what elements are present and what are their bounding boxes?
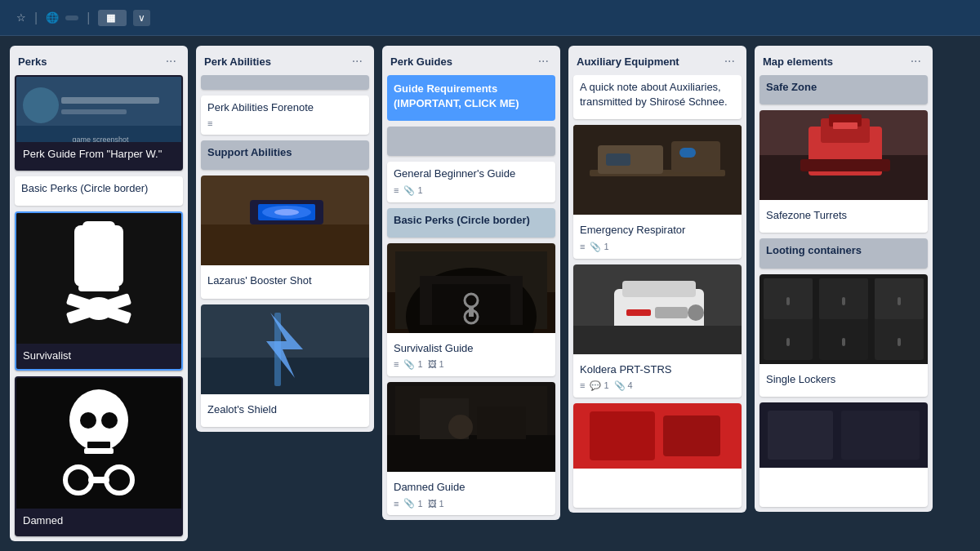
card[interactable]: Emergency Respirator ≡📎1 — [573, 125, 742, 258]
svg-point-56 — [688, 304, 704, 321]
card-body: Basic Perks (Circle border) — [15, 176, 183, 205]
card-title: Perk Abilities Forenote — [207, 100, 363, 115]
card[interactable] — [201, 75, 369, 90]
card-body: Perk Abilities Forenote ≡ — [201, 96, 369, 135]
card-title: Basic Perks (Circle border) — [21, 181, 176, 196]
description-icon: ≡ — [394, 499, 399, 509]
svg-rect-55 — [655, 307, 688, 318]
card-badges: ≡📎1 — [580, 242, 735, 252]
card-title: Guide Requirements (IMPORTANT, CLICK ME) — [394, 82, 549, 111]
svg-rect-53 — [622, 281, 696, 297]
description-icon: ≡ — [207, 118, 212, 128]
attachment-icon: 📎 — [614, 380, 626, 391]
card[interactable]: Single Lockers — [760, 274, 928, 397]
card-title: Perk Guide From "Harper W." — [23, 147, 175, 162]
card-body: A quick note about Auxiliaries, transmit… — [573, 75, 742, 119]
card-body: Support Abilities — [201, 140, 369, 170]
card-body — [760, 495, 928, 507]
column-cards: game screenshot Perk Guide From "Harper … — [10, 75, 188, 541]
comment-icon: 💬 — [590, 380, 601, 391]
card-title: Survivalist Guide — [394, 341, 549, 356]
card-title: Zealot's Shield — [207, 402, 363, 417]
card-image — [760, 402, 928, 495]
attachment-count: 1 — [417, 185, 422, 195]
column-perk-abilities: Perk Abilities ··· Perk Abilities Foreno… — [196, 46, 374, 432]
card[interactable]: Zealot's Shield — [201, 304, 369, 427]
card[interactable]: game screenshot Perk Guide From "Harper … — [15, 75, 183, 171]
card[interactable]: General Beginner's Guide ≡📎1 — [387, 162, 555, 202]
card[interactable]: Survivalist Guide ≡📎1🖼1 — [387, 243, 555, 376]
svg-rect-57 — [573, 326, 742, 354]
svg-rect-82 — [768, 411, 833, 460]
board-icon: ▦ — [106, 12, 115, 24]
card[interactable] — [573, 403, 742, 508]
card[interactable]: Survivalist — [15, 211, 183, 371]
globe-icon: 🌐 — [46, 11, 59, 24]
svg-point-14 — [101, 412, 118, 429]
svg-rect-34 — [432, 284, 510, 325]
attachment-count: 1 — [417, 499, 422, 509]
card-title: A quick note about Auxiliaries, transmit… — [580, 80, 735, 109]
card[interactable]: Looting containers — [760, 238, 928, 268]
card-body: Safe Zone — [760, 75, 928, 104]
card[interactable] — [760, 402, 928, 507]
card[interactable]: Damned Guide ≡📎1🖼1 — [387, 382, 555, 515]
card-body: Survivalist Guide ≡📎1🖼1 — [387, 336, 555, 376]
image-badge: 🖼1 — [428, 359, 444, 369]
svg-rect-60 — [663, 415, 720, 456]
svg-point-25 — [274, 209, 299, 216]
column-menu-button[interactable]: ··· — [349, 52, 366, 70]
column-menu-button[interactable]: ··· — [535, 52, 552, 70]
column-menu-button[interactable]: ··· — [907, 52, 924, 70]
description-badge: ≡ — [394, 499, 399, 509]
card[interactable]: Lazarus' Booster Shot — [201, 176, 369, 298]
card-image: game screenshot — [16, 77, 181, 142]
svg-rect-83 — [841, 411, 920, 460]
board-chevron-button[interactable]: ∨ — [133, 10, 150, 26]
card[interactable]: Guide Requirements (IMPORTANT, CLICK ME) — [387, 75, 555, 121]
svg-rect-16 — [84, 448, 114, 454]
column-menu-button[interactable]: ··· — [163, 52, 180, 70]
card-badges: ≡📎1 — [394, 185, 549, 196]
svg-rect-75 — [786, 297, 790, 305]
card-body: Emergency Respirator ≡📎1 — [573, 218, 742, 258]
card[interactable]: Damned — [15, 376, 183, 536]
card-image — [573, 264, 742, 358]
attachment-badge: 📎1 — [403, 185, 422, 196]
card-title: General Beginner's Guide — [394, 167, 549, 181]
star-icon[interactable]: ☆ — [16, 11, 26, 24]
image-icon: 🖼 — [428, 359, 437, 369]
card[interactable]: Safezone Turrets — [760, 110, 928, 233]
svg-rect-49 — [679, 148, 696, 158]
column-header: Perk Guides ··· — [382, 46, 560, 75]
card-image — [760, 274, 928, 367]
svg-rect-80 — [898, 338, 901, 346]
card-image — [16, 213, 181, 344]
svg-rect-19 — [88, 477, 109, 483]
image-badge: 🖼1 — [428, 499, 444, 509]
card-body — [573, 496, 742, 508]
board-view-button[interactable]: ▦ — [98, 10, 127, 26]
svg-rect-42 — [477, 407, 526, 439]
comment-count: 1 — [604, 380, 608, 390]
card[interactable]: Koldera PRT-STRS ≡💬1📎4 — [573, 264, 742, 398]
card[interactable]: Basic Perks (Circle border) — [387, 208, 555, 238]
description-badge: ≡ — [207, 118, 212, 128]
attachment-icon: 📎 — [403, 185, 415, 196]
column-title: Perks — [18, 56, 47, 68]
card[interactable]: A quick note about Auxiliaries, transmit… — [573, 75, 742, 119]
column-cards: Perk Abilities Forenote ≡ Support Abilit… — [196, 75, 374, 432]
card[interactable] — [387, 127, 555, 156]
card-body — [201, 75, 369, 90]
card-image — [760, 110, 928, 203]
card[interactable]: Support Abilities — [201, 140, 369, 170]
card[interactable]: Perk Abilities Forenote ≡ — [201, 96, 369, 135]
card[interactable]: Basic Perks (Circle border) — [15, 176, 183, 205]
card[interactable]: Safe Zone — [760, 75, 928, 104]
svg-rect-50 — [606, 153, 630, 166]
card-badges: ≡📎1🖼1 — [394, 498, 549, 509]
board: Perks ··· game screenshot Perk Guide Fro… — [0, 36, 980, 551]
svg-rect-21 — [201, 224, 369, 265]
column-menu-button[interactable]: ··· — [721, 52, 738, 70]
card-body: Looting containers — [760, 238, 928, 268]
